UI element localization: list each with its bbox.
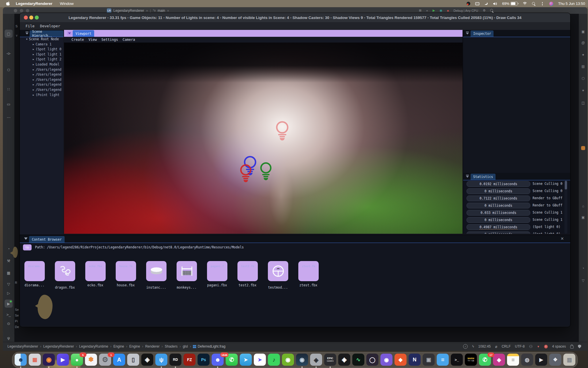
dock-icon-navy-n-app[interactable]: N xyxy=(409,354,421,366)
up-button[interactable]: Up xyxy=(23,244,32,250)
close-button[interactable] xyxy=(24,16,28,20)
structure-tool[interactable]: ∷ xyxy=(5,85,13,93)
filter-icon[interactable] xyxy=(67,31,72,36)
swift-bird-icon[interactable] xyxy=(484,1,488,6)
battery-indicator[interactable]: 69% xyxy=(502,1,518,6)
monitor-tool[interactable]: ◔ xyxy=(580,265,586,271)
ide-close-button[interactable] xyxy=(14,9,17,12)
developer-menu[interactable]: Developer xyxy=(40,24,60,28)
file-encoding[interactable]: UTF-8 xyxy=(515,344,525,348)
terminal-tool[interactable]: >_ xyxy=(5,310,13,319)
dock-icon-finder[interactable]: ☻ xyxy=(15,354,27,366)
dock-icon-firefox[interactable]: ◉ xyxy=(43,354,55,366)
content-item-tile[interactable] xyxy=(268,261,288,281)
tree-item[interactable]: ▶(Spot light 1 xyxy=(20,52,63,57)
tab-viewport[interactable]: Viewport xyxy=(73,30,94,37)
breadcrumb-file[interactable]: DeferredLight.frag xyxy=(193,344,225,348)
gear-icon[interactable]: ⚙ xyxy=(483,9,486,12)
caret-position[interactable]: 1082:45 xyxy=(478,344,491,348)
tab-scene-hierarchy[interactable]: Scene Hierarch.. xyxy=(30,30,63,37)
search-everywhere-icon[interactable] xyxy=(490,9,494,12)
shield-icon[interactable] xyxy=(578,345,581,348)
dock-icon-iphone-mirroring[interactable]: ▯ xyxy=(127,354,139,366)
dock-icon-infuse-play[interactable]: ▶ xyxy=(57,354,69,366)
tree-item[interactable]: ▶/Users/legend xyxy=(20,72,63,77)
dock-icon-unity[interactable]: ◈ xyxy=(310,354,322,366)
bookmarks-tool[interactable]: ▭ xyxy=(5,100,13,108)
power-save-icon[interactable]: ϟ xyxy=(472,344,474,348)
error-badge-icon[interactable]: ! xyxy=(544,345,548,348)
device-tool[interactable]: ▣ xyxy=(580,214,586,221)
input-source-icon[interactable] xyxy=(475,1,479,6)
viewport-menu-settings[interactable]: Settings xyxy=(101,38,118,42)
breadcrumb-item[interactable]: Shaders xyxy=(165,344,178,348)
dock-icon-trash[interactable]: ▥ xyxy=(563,354,575,366)
services-tool[interactable]: ▦ xyxy=(5,269,13,277)
commit-tool[interactable]: -o- xyxy=(5,49,13,57)
wifi-icon[interactable] xyxy=(523,2,527,5)
dock-icon-steam[interactable]: ◉ xyxy=(296,354,308,366)
viewport-menu-view[interactable]: View xyxy=(88,38,97,42)
content-item-tile[interactable] xyxy=(146,261,167,281)
tree-item[interactable]: ▶Camera 1 xyxy=(20,42,63,47)
viewport-menu-create[interactable]: Create xyxy=(71,38,84,42)
dock-icon-orange-creative-app[interactable]: ◆ xyxy=(394,354,407,366)
ide-minimize-button[interactable] xyxy=(20,9,23,12)
breadcrumb-item[interactable]: Engine xyxy=(113,344,124,348)
breadcrumb-item[interactable]: LegendaryRenderer xyxy=(7,344,38,348)
menubar-window-menu[interactable]: Window xyxy=(60,1,74,6)
tree-item[interactable]: ▶/Users/legend xyxy=(20,77,63,83)
plus-icon[interactable]: + xyxy=(426,9,428,12)
content-item-tile[interactable]: pagani.f xyxy=(207,261,227,281)
project-folder-tool[interactable]: ▢ xyxy=(5,30,13,38)
dock-icon-messenger[interactable]: ➤ xyxy=(254,354,266,366)
dock-icon-nvidia[interactable]: ◉ xyxy=(282,354,294,366)
minimize-button[interactable] xyxy=(29,16,33,20)
filter-icon[interactable] xyxy=(25,32,29,35)
settings-sync-tool[interactable]: ✶ xyxy=(580,87,586,94)
stop-icon[interactable]: ■ xyxy=(447,9,449,12)
dock-icon-fork[interactable]: ψ xyxy=(155,354,167,366)
light-red-gizmo[interactable] xyxy=(238,163,253,184)
dock-icon-oscilloscope[interactable]: ∿ xyxy=(352,354,364,366)
point-light-white-gizmo[interactable] xyxy=(275,120,290,142)
dock-icon-magenta-app[interactable]: ◈ xyxy=(493,354,505,366)
dock-icon-slate-app[interactable]: ❖ xyxy=(549,354,561,366)
copilot-icon[interactable]: ⚇ xyxy=(529,344,533,349)
filter-icon[interactable] xyxy=(465,32,469,35)
tree-item[interactable]: ▶Loaded Model xyxy=(20,62,63,67)
dock-icon-app-store[interactable]: A xyxy=(113,354,125,366)
dock-icon-dark-grid-app[interactable]: ◍ xyxy=(521,354,533,366)
breadcrumb-item[interactable]: LegendaryRenderer xyxy=(43,344,74,348)
more-tools[interactable]: ⋯ xyxy=(5,113,13,121)
run-configurations-tool[interactable]: ▷ xyxy=(5,289,13,297)
dock-icon-diamond-logo-app-2[interactable]: ◈ xyxy=(338,354,350,366)
tree-item[interactable]: ▶(Spot light 0 xyxy=(20,47,63,52)
readonly-eye-icon[interactable]: ø xyxy=(495,344,497,349)
indent-setting[interactable]: 4 spaces xyxy=(552,344,566,348)
tree-item[interactable]: ▶(Point light xyxy=(20,93,63,98)
tab-inspector[interactable]: Inspector xyxy=(471,30,494,37)
viewport-menu-camera[interactable]: Camera xyxy=(123,38,135,42)
dock-icon-spotify[interactable]: ♪ xyxy=(268,354,280,366)
dock-icon-launchpad[interactable]: ▦ xyxy=(29,354,41,366)
apple-menu-icon[interactable] xyxy=(6,1,10,6)
content-item-tile[interactable]: diorama. xyxy=(24,261,45,281)
ide-zoom-button[interactable] xyxy=(26,9,29,12)
viewport-3d-canvas[interactable] xyxy=(64,43,463,234)
content-item-tile[interactable] xyxy=(177,261,197,281)
statistics-scrollbar[interactable] xyxy=(564,180,567,234)
run-tool[interactable]: ▶ xyxy=(5,300,13,308)
siri-icon[interactable] xyxy=(549,2,553,6)
collapse-triangle-icon[interactable] xyxy=(24,237,28,240)
dock-icon-warning-widget[interactable]: WARNITY 7:36 xyxy=(465,354,477,366)
zoom-button[interactable] xyxy=(35,16,39,20)
file-menu[interactable]: File xyxy=(26,24,34,28)
menubar-app-name[interactable]: LegendaryRenderer xyxy=(16,1,53,6)
dock-icon-photoshop[interactable]: Ps xyxy=(198,354,210,366)
layers-tool[interactable]: ◫ xyxy=(580,100,586,106)
dock-icon-telegram[interactable]: ➤ xyxy=(240,354,252,366)
content-item-tile[interactable] xyxy=(55,261,75,281)
breadcrumb-item[interactable]: Engine xyxy=(129,344,140,348)
dock-icon-photos[interactable]: ✽ xyxy=(85,354,97,366)
